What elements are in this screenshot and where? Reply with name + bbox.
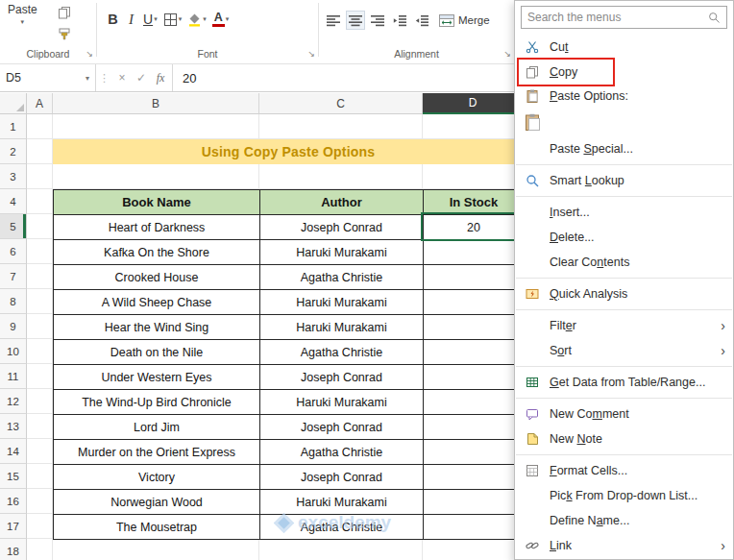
cell-D1[interactable] <box>423 114 524 139</box>
table-cell-C7[interactable]: Agatha Christie <box>260 265 424 290</box>
table-cell-B12[interactable]: The Wind-Up Bird Chronicle <box>54 390 260 415</box>
cell-B1[interactable] <box>53 114 259 139</box>
cell-D3[interactable] <box>423 164 524 189</box>
menu-item-clear-contents[interactable]: Clear Contents <box>515 250 733 275</box>
menu-item-paste-options[interactable]: Paste Options: <box>515 85 733 108</box>
format-painter-button[interactable] <box>56 27 73 42</box>
table-cell-B9[interactable]: Hear the Wind Sing <box>54 315 260 340</box>
table-cell-B17[interactable]: The Mousetrap <box>54 515 260 540</box>
row-header-12[interactable]: 12 <box>0 389 27 414</box>
cell-A16[interactable] <box>27 489 53 514</box>
decrease-indent-button[interactable] <box>390 11 409 30</box>
cell-A9[interactable] <box>27 314 53 339</box>
table-header-author[interactable]: Author <box>260 190 424 215</box>
formula-input[interactable]: 20 <box>175 71 514 85</box>
menu-item-paste-option-button[interactable] <box>515 108 733 136</box>
table-cell-B7[interactable]: Crooked House <box>54 265 260 290</box>
insert-function-icon[interactable]: fx <box>151 71 170 85</box>
column-header-B[interactable]: B <box>53 93 259 114</box>
table-cell-C16[interactable]: Haruki Murakami <box>260 490 424 515</box>
borders-button[interactable]: ▾ <box>161 9 184 30</box>
menu-item-link[interactable]: Link› <box>515 533 733 558</box>
formula-bar-splitter[interactable]: ⋮ <box>96 72 112 85</box>
cell-A6[interactable] <box>27 239 53 264</box>
row-header-6[interactable]: 6 <box>0 239 27 264</box>
cell-A5[interactable] <box>27 214 53 239</box>
row-header-4[interactable]: 4 <box>0 189 27 214</box>
table-cell-C15[interactable]: Joseph Conrad <box>260 465 424 490</box>
cell-A13[interactable] <box>27 414 53 439</box>
cell-C1[interactable] <box>259 114 423 139</box>
table-cell-B6[interactable]: Kafka On the Shore <box>54 240 260 265</box>
table-header-in-stock[interactable]: In Stock <box>424 190 525 215</box>
cancel-icon[interactable]: × <box>112 71 132 85</box>
cell-A14[interactable] <box>27 439 53 464</box>
cell-B3[interactable] <box>53 164 259 189</box>
copy-button[interactable] <box>56 5 73 20</box>
paste-button[interactable]: Paste ▾ <box>8 3 37 26</box>
dialog-launcher-icon[interactable]: ↘ <box>503 50 511 59</box>
select-all-corner[interactable] <box>0 93 27 114</box>
enter-icon[interactable]: ✓ <box>132 71 151 85</box>
table-cell-C5[interactable]: Joseph Conrad <box>260 215 424 240</box>
table-cell-D17[interactable] <box>424 515 525 540</box>
table-cell-C6[interactable]: Haruki Murakami <box>260 240 424 265</box>
table-header-book-name[interactable]: Book Name <box>54 190 260 215</box>
table-cell-C8[interactable]: Haruki Murakami <box>260 290 424 315</box>
row-header-2[interactable]: 2 <box>0 139 27 164</box>
menu-item-new-comment[interactable]: New Comment <box>515 402 733 426</box>
cell-A17[interactable] <box>27 514 53 539</box>
table-cell-B13[interactable]: Lord Jim <box>54 415 260 440</box>
table-cell-D5[interactable]: 20 <box>424 215 525 240</box>
table-cell-D13[interactable] <box>424 415 525 440</box>
table-cell-C12[interactable]: Haruki Murakami <box>260 390 424 415</box>
table-cell-B5[interactable]: Heart of Darkness <box>54 215 260 240</box>
table-cell-C11[interactable]: Joseph Conrad <box>260 365 424 390</box>
row-header-16[interactable]: 16 <box>0 489 27 514</box>
dialog-launcher-icon[interactable]: ↘ <box>86 50 93 59</box>
table-cell-D14[interactable] <box>424 440 525 465</box>
row-header-10[interactable]: 10 <box>0 339 27 364</box>
menu-item-cut[interactable]: Cut <box>515 35 733 60</box>
cell-D18[interactable] <box>423 539 524 560</box>
row-header-3[interactable]: 3 <box>0 164 27 189</box>
menu-item-delete[interactable]: Delete... <box>515 225 733 250</box>
cell-A1[interactable] <box>27 114 53 139</box>
column-header-C[interactable]: C <box>259 93 423 114</box>
row-header-17[interactable]: 17 <box>0 514 27 539</box>
table-cell-D10[interactable] <box>424 340 525 365</box>
table-cell-B10[interactable]: Death on the Nile <box>54 340 260 365</box>
row-header-13[interactable]: 13 <box>0 414 27 439</box>
table-cell-B15[interactable]: Victory <box>54 465 260 490</box>
cell-A3[interactable] <box>27 164 53 189</box>
cell-C18[interactable] <box>259 539 423 560</box>
table-cell-C9[interactable]: Haruki Murakami <box>260 315 424 340</box>
font-color-button[interactable]: A ▾ <box>210 9 232 30</box>
fill-color-button[interactable]: ▾ <box>185 9 208 30</box>
menu-item-sort[interactable]: Sort› <box>515 338 733 363</box>
table-cell-D12[interactable] <box>424 390 525 415</box>
align-left-button[interactable] <box>324 11 343 30</box>
underline-button[interactable]: U▾ <box>141 9 159 30</box>
menu-item-new-note[interactable]: New Note <box>515 426 733 451</box>
cell-A7[interactable] <box>27 264 53 289</box>
table-cell-B14[interactable]: Murder on the Orient Express <box>54 440 260 465</box>
table-cell-D15[interactable] <box>424 465 525 490</box>
cell-A10[interactable] <box>27 339 53 364</box>
cell-C3[interactable] <box>259 164 423 189</box>
menu-item-paste-special[interactable]: Paste Special... <box>515 136 733 161</box>
merge-center-button[interactable]: Merge <box>439 14 490 27</box>
dialog-launcher-icon[interactable]: ↘ <box>307 50 315 59</box>
increase-indent-button[interactable] <box>412 11 431 30</box>
row-header-8[interactable]: 8 <box>0 289 27 314</box>
row-header-15[interactable]: 15 <box>0 464 27 489</box>
menu-item-pick-from-drop-down-list[interactable]: Pick From Drop-down List... <box>515 483 733 508</box>
align-right-button[interactable] <box>368 11 387 30</box>
table-cell-B16[interactable]: Norwegian Wood <box>54 490 260 515</box>
cell-A12[interactable] <box>27 389 53 414</box>
table-cell-D11[interactable] <box>424 365 525 390</box>
menu-item-define-name[interactable]: Define Name... <box>515 508 733 533</box>
row-header-5[interactable]: 5 <box>0 214 27 239</box>
table-cell-D8[interactable] <box>424 290 525 315</box>
column-header-A[interactable]: A <box>27 93 53 114</box>
